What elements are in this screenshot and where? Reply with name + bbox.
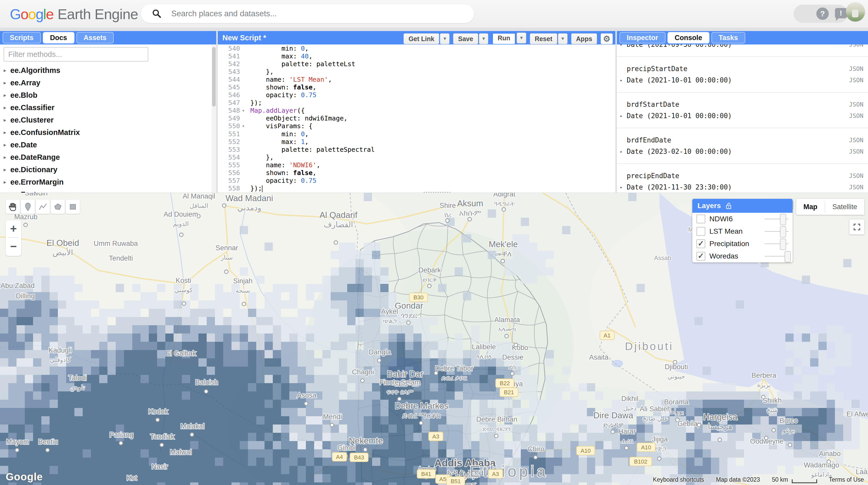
- layer-opacity-slider[interactable]: [765, 219, 788, 219]
- map-label: Mek'ele: [489, 239, 518, 249]
- docs-item[interactable]: ▸ee.Date: [0, 139, 211, 151]
- terms-of-use-link[interactable]: Terms of Use: [829, 476, 864, 483]
- map-type-map[interactable]: Map: [796, 199, 825, 215]
- feedback-icon[interactable]: !: [835, 8, 847, 18]
- search-bar[interactable]: Search places and datasets...: [141, 4, 474, 23]
- tab-assets[interactable]: Assets: [76, 32, 114, 44]
- docs-item[interactable]: ▸ee.Algorithms: [0, 64, 211, 77]
- map-label-native: ሽረ: [444, 211, 452, 219]
- map-label: Malwal: [170, 448, 192, 456]
- docs-item[interactable]: ▸ee.Feature: [0, 188, 211, 193]
- tab-inspector[interactable]: Inspector: [619, 32, 665, 44]
- map-label: Mayom: [6, 438, 29, 446]
- layer-checkbox[interactable]: ✓: [696, 239, 705, 248]
- panel-resize-handle[interactable]: [208, 116, 215, 155]
- map-label: Al Qadarif: [319, 210, 358, 220]
- map-label-native: ደሴ: [509, 363, 517, 370]
- layer-checkbox[interactable]: ✓: [696, 252, 705, 261]
- save-button-group: Save▼: [453, 33, 488, 44]
- reset-button[interactable]: Reset: [530, 33, 557, 44]
- map-label: Debre Markos: [395, 401, 448, 410]
- road-badge: A3: [492, 471, 499, 477]
- keyboard-shortcuts-link[interactable]: Keyboard shortcuts: [653, 476, 704, 483]
- layer-opacity-slider[interactable]: [765, 256, 788, 256]
- panel-resize-handle[interactable]: [617, 116, 624, 155]
- docs-item[interactable]: ▸ee.ErrorMargin: [0, 176, 211, 188]
- docs-item[interactable]: ▸ee.Blob: [0, 89, 211, 101]
- get-link-button[interactable]: Get Link: [404, 33, 439, 44]
- console-entry: precipStartDateJSON▸Date (2021-10-01 00:…: [617, 57, 868, 92]
- help-icon[interactable]: ?: [816, 7, 829, 20]
- map-label-native: ደብረ ብርሃን: [483, 425, 511, 432]
- layers-header[interactable]: Layers: [692, 199, 793, 213]
- map-label-native: علي صابح: [643, 415, 668, 422]
- map-label: Gondar: [395, 301, 423, 311]
- google-earth-engine-logo[interactable]: GoogleEarth Engine: [10, 6, 138, 23]
- tab-scripts[interactable]: Scripts: [3, 32, 41, 44]
- docs-list: ▸ee.Algorithms▸ee.Array▸ee.Blob▸ee.Class…: [0, 64, 211, 193]
- layer-checkbox[interactable]: [696, 215, 705, 223]
- docs-item[interactable]: ▸ee.Classifier: [0, 101, 211, 114]
- map-label: Sinjah: [233, 277, 252, 285]
- map-label: Al Manaqil: [183, 193, 215, 200]
- tab-tasks[interactable]: Tasks: [711, 32, 745, 44]
- map-label: Sennar: [215, 244, 238, 252]
- map-label-native: تلودي: [70, 384, 85, 391]
- docs-item[interactable]: ▸ee.ConfusionMatrix: [0, 126, 211, 139]
- reset-dropdown[interactable]: ▼: [558, 33, 567, 44]
- get-link-dropdown[interactable]: ▼: [440, 33, 450, 44]
- filter-methods-input[interactable]: Filter methods...: [4, 47, 148, 61]
- zoom-out-button[interactable]: −: [6, 238, 21, 255]
- map-label: Mazrub: [14, 213, 37, 221]
- fullscreen-button[interactable]: [849, 220, 864, 234]
- scripts-docs-panel: ScriptsDocsAssets Filter methods... ▸ee.…: [0, 31, 216, 193]
- console-entry: ▸Date (2021-09-30 00:00:00)JSON: [617, 45, 868, 57]
- avatar[interactable]: [846, 2, 865, 22]
- tab-docs[interactable]: Docs: [43, 32, 74, 44]
- map-viewport[interactable]: SawdiriMazrubAl ManaqilالمناقلWad Madani…: [0, 193, 868, 485]
- tab-console[interactable]: Console: [668, 32, 710, 44]
- apps-button[interactable]: Apps: [571, 33, 597, 44]
- rectangle-tool[interactable]: [66, 200, 80, 214]
- map-label-native: المناقل: [190, 202, 208, 209]
- layer-label: Woredas: [709, 252, 738, 260]
- run-button[interactable]: Run: [492, 33, 516, 45]
- map-attribution: Keyboard shortcuts Map data ©2023 50 km …: [653, 476, 864, 483]
- docs-item[interactable]: ▸ee.Array: [0, 77, 211, 89]
- map-label: Berbera: [751, 371, 777, 379]
- map-resize-handle[interactable]: [424, 192, 450, 193]
- docs-item[interactable]: ▸ee.DateRange: [0, 151, 211, 163]
- map-label-native: ሐረር: [621, 437, 633, 445]
- expand-icon[interactable]: ▸: [620, 45, 627, 47]
- scale-bar: 50 km: [772, 476, 817, 483]
- zoom-in-button[interactable]: +: [6, 220, 21, 237]
- layer-opacity-slider[interactable]: [765, 244, 788, 244]
- expand-icon[interactable]: ▸: [620, 184, 627, 190]
- search-placeholder: Search places and datasets...: [171, 9, 277, 18]
- layer-checkbox[interactable]: [696, 227, 705, 236]
- docs-item[interactable]: ▸ee.Clusterer: [0, 114, 211, 126]
- save-button[interactable]: Save: [453, 33, 478, 44]
- map-label: Ethiopia: [470, 462, 548, 480]
- polygon-tool[interactable]: [51, 200, 65, 214]
- docs-item[interactable]: ▸ee.Dictionary: [0, 163, 211, 176]
- map-label: Nasir: [151, 463, 168, 470]
- pan-hand-tool[interactable]: [6, 200, 20, 214]
- layer-row: NDWI6: [692, 213, 793, 225]
- save-dropdown[interactable]: ▼: [479, 33, 489, 44]
- settings-gear-icon[interactable]: ⚙: [601, 33, 613, 44]
- map-label: Bentiu: [38, 438, 58, 446]
- console-panel: InspectorConsoleTasks ▸Date (2021-09-30 …: [617, 31, 868, 193]
- layers-title: Layers: [698, 202, 721, 210]
- code-area[interactable]: 540 min: 0,541 max: 40,542 palette: pale…: [218, 45, 615, 193]
- point-marker-tool[interactable]: [21, 200, 35, 214]
- run-dropdown[interactable]: ▼: [517, 33, 526, 44]
- map-label: El Afweyn: [846, 410, 868, 418]
- map-label-native: كادوقلي: [50, 356, 71, 364]
- expand-icon[interactable]: ▸: [620, 78, 627, 83]
- polyline-tool[interactable]: [36, 200, 50, 214]
- map-label-native: ሞጆ: [466, 481, 476, 485]
- map-label-native: بوراما: [669, 408, 684, 415]
- map-type-satellite[interactable]: Satellite: [825, 199, 864, 215]
- layer-opacity-slider[interactable]: [765, 231, 788, 232]
